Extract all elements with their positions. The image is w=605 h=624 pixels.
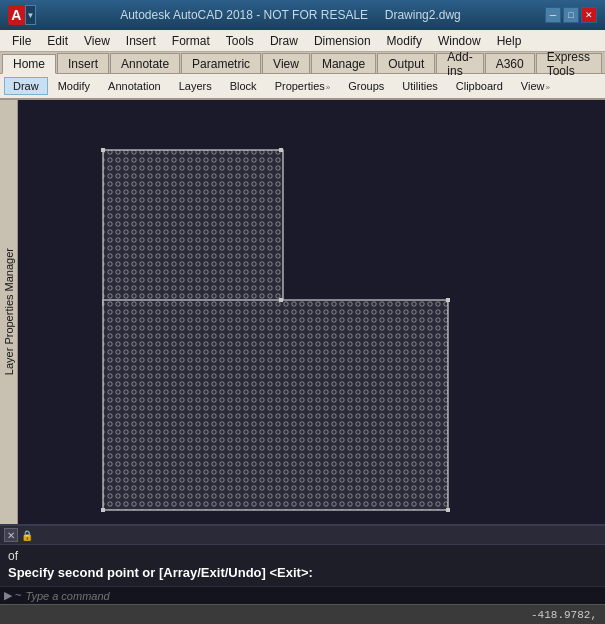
corner-tm [279, 148, 283, 152]
window-controls: ─ □ ✕ [545, 7, 597, 23]
command-lock-icon: 🔒 [20, 528, 34, 542]
app-name: Autodesk AutoCAD 2018 - NOT FOR RESALE [120, 8, 368, 22]
corner-mr [446, 298, 450, 302]
close-btn[interactable]: ✕ [581, 7, 597, 23]
corner-tl [101, 148, 105, 152]
corner-inner [279, 298, 283, 302]
panel-layers[interactable]: Layers [171, 78, 220, 94]
title-bar: A ▼ Autodesk AutoCAD 2018 - NOT FOR RESA… [0, 0, 605, 30]
view-arrow: » [546, 83, 550, 92]
command-input-area: ▶ ~ [0, 586, 605, 604]
command-text-area: of Specify second point or [Array/Exit/U… [0, 545, 605, 586]
tab-output[interactable]: Output [377, 53, 435, 73]
panel-draw[interactable]: Draw [4, 77, 48, 95]
panel-annotation[interactable]: Annotation [100, 78, 169, 94]
autocad-a-logo: A [8, 5, 25, 25]
layer-properties-label: Layer Properties Manager [3, 248, 15, 375]
menu-file[interactable]: File [4, 32, 39, 50]
coordinates-display: -418.9782, [531, 609, 597, 621]
l-shape-bottom [103, 300, 448, 510]
menu-modify[interactable]: Modify [379, 32, 430, 50]
command-area: ✕ 🔒 of Specify second point or [Array/Ex… [0, 524, 605, 604]
title-text: Autodesk AutoCAD 2018 - NOT FOR RESALE D… [36, 8, 545, 22]
minimize-btn[interactable]: ─ [545, 7, 561, 23]
tab-manage[interactable]: Manage [311, 53, 376, 73]
menu-tools[interactable]: Tools [218, 32, 262, 50]
panel-utilities[interactable]: Utilities [394, 78, 445, 94]
corner-br [446, 508, 450, 512]
tab-insert[interactable]: Insert [57, 53, 109, 73]
ribbon-panel: Draw Modify Annotation Layers Block Prop… [0, 74, 605, 100]
panel-modify[interactable]: Modify [50, 78, 98, 94]
command-header: ✕ 🔒 [0, 526, 605, 545]
menu-draw[interactable]: Draw [262, 32, 306, 50]
main-area: Layer Properties Manager [0, 100, 605, 524]
menu-dimension[interactable]: Dimension [306, 32, 379, 50]
properties-arrow: » [326, 83, 330, 92]
tab-add-ins[interactable]: Add-ins [436, 53, 483, 73]
command-line-1: of [8, 549, 597, 563]
command-input[interactable] [25, 590, 601, 602]
tab-parametric[interactable]: Parametric [181, 53, 261, 73]
layer-properties-panel[interactable]: Layer Properties Manager [0, 100, 18, 524]
command-close-btn[interactable]: ✕ [4, 528, 18, 542]
status-bar: -418.9782, [0, 604, 605, 624]
ribbon-tabs: Home Insert Annotate Parametric View Man… [0, 52, 605, 74]
command-prompt: ▶ ~ [4, 589, 21, 602]
panel-clipboard[interactable]: Clipboard [448, 78, 511, 94]
tab-home[interactable]: Home [2, 54, 56, 74]
corner-bl [101, 508, 105, 512]
menu-edit[interactable]: Edit [39, 32, 76, 50]
drawing-canvas-area[interactable] [18, 100, 605, 524]
tab-annotate[interactable]: Annotate [110, 53, 180, 73]
logo-dropdown-btn[interactable]: ▼ [25, 5, 36, 25]
drawing-viewport [18, 100, 605, 524]
panel-properties[interactable]: Properties» [267, 78, 339, 94]
logo-area: A ▼ [8, 4, 36, 26]
menu-help[interactable]: Help [489, 32, 530, 50]
maximize-btn[interactable]: □ [563, 7, 579, 23]
autocad-logo: A ▼ [8, 4, 36, 26]
menu-window[interactable]: Window [430, 32, 489, 50]
tab-express-tools[interactable]: Express Tools [536, 53, 602, 73]
menu-bar: File Edit View Insert Format Tools Draw … [0, 30, 605, 52]
panel-view[interactable]: View» [513, 78, 558, 94]
menu-format[interactable]: Format [164, 32, 218, 50]
command-line-2: Specify second point or [Array/Exit/Undo… [8, 565, 597, 580]
l-shape-top [103, 150, 283, 305]
filename: Drawing2.dwg [385, 8, 461, 22]
tab-a360[interactable]: A360 [485, 53, 535, 73]
menu-view[interactable]: View [76, 32, 118, 50]
panel-block[interactable]: Block [222, 78, 265, 94]
menu-insert[interactable]: Insert [118, 32, 164, 50]
tab-view[interactable]: View [262, 53, 310, 73]
panel-groups[interactable]: Groups [340, 78, 392, 94]
